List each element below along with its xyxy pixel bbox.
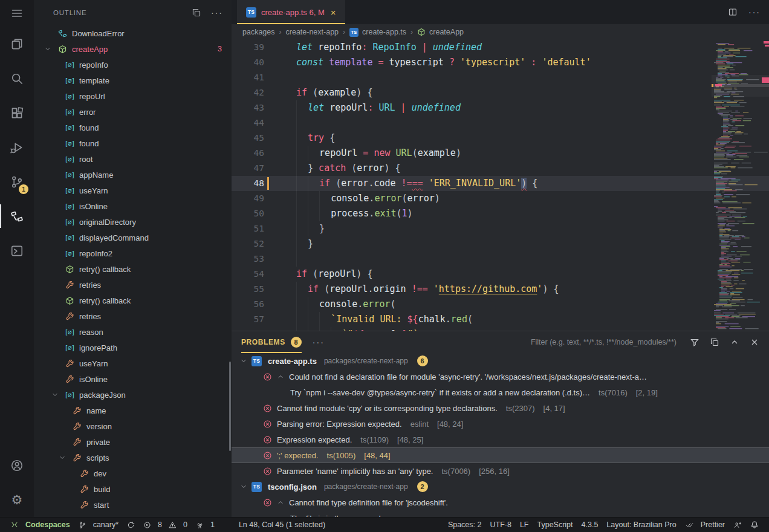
collapse-message-icon[interactable]: [277, 373, 284, 380]
code-line-51[interactable]: 51}: [232, 221, 769, 236]
outline-item-createApp[interactable]: createApp3: [34, 41, 232, 57]
outline-item-DownloadError[interactable]: DownloadError: [34, 25, 232, 41]
editor-more-icon[interactable]: ···: [748, 7, 761, 17]
activity-remote-terminal[interactable]: [0, 233, 34, 268]
outline-item-start[interactable]: start: [34, 497, 232, 513]
problems-file-group-tsconfig-json[interactable]: TStsconfig.jsonpackages/create-next-app2: [232, 479, 769, 495]
outline-item-name[interactable]: name: [34, 403, 232, 418]
close-panel-icon[interactable]: [750, 337, 759, 347]
breadcrumb-item-create-app-ts[interactable]: TScreate-app.ts: [349, 28, 406, 37]
activity-search[interactable]: [0, 61, 34, 96]
outline-item-private[interactable]: private: [34, 434, 232, 450]
outline-item-useYarn[interactable]: [∅]useYarn: [34, 183, 232, 198]
problem-row[interactable]: Could not find a declaration file for mo…: [232, 369, 769, 384]
code-line-46[interactable]: 46repoUrl = new URL(example): [232, 146, 769, 161]
chevron-down-icon[interactable]: [44, 45, 51, 53]
code-line-47[interactable]: 47} catch (error) {: [232, 161, 769, 176]
code-line-48[interactable]: 48if (error.code !=== 'ERR_INVALID_URL')…: [232, 176, 769, 191]
problem-row[interactable]: Parsing error: Expression expected.eslin…: [232, 416, 769, 432]
problem-row[interactable]: Parameter 'name' implicitly has an 'any'…: [232, 463, 769, 479]
status-git-branch[interactable]: canary*: [74, 517, 123, 532]
activity-explorer[interactable]: [0, 27, 34, 61]
problem-row[interactable]: The file is in the program because:: [232, 510, 769, 517]
outline-item-root[interactable]: [∅]root: [34, 151, 232, 167]
collapse-panel-icon[interactable]: [730, 337, 739, 347]
code-line-44[interactable]: 44: [232, 115, 769, 131]
status-encoding[interactable]: UTF-8: [485, 517, 515, 532]
outline-item-useYarn[interactable]: useYarn: [34, 355, 232, 371]
outline-item-retry-callback[interactable]: retry() callback: [34, 293, 232, 308]
minimap[interactable]: [712, 40, 769, 331]
status-notifications[interactable]: [746, 517, 763, 532]
status-indentation[interactable]: Spaces: 2: [444, 517, 486, 532]
tab-create-app[interactable]: TS create-app.ts 6, M ×: [237, 0, 345, 24]
problem-row[interactable]: Expression expected.ts(1109)[48, 25]: [232, 432, 769, 447]
panel-more-icon[interactable]: ···: [313, 337, 325, 347]
code-line-43[interactable]: 43let repoUrl: URL | undefined: [232, 100, 769, 115]
collapse-message-icon[interactable]: [277, 499, 284, 506]
status-feedback[interactable]: [729, 517, 746, 532]
tab-problems[interactable]: PROBLEMS 8: [241, 331, 302, 353]
status-remote-host[interactable]: Codespaces: [6, 517, 74, 532]
activity-source-control[interactable]: 1: [0, 164, 34, 199]
problem-row[interactable]: Try `npm i --save-dev @types/async-retry…: [232, 384, 769, 400]
outline-item-found[interactable]: [∅]found: [34, 120, 232, 135]
outline-item-retry-callback[interactable]: retry() callback: [34, 261, 232, 277]
code-line-54[interactable]: 54if (repoUrl) {: [232, 267, 769, 282]
status-language[interactable]: TypeScript: [533, 517, 577, 532]
outline-item-isOnline[interactable]: [∅]isOnline: [34, 198, 232, 214]
problem-row[interactable]: Cannot find module 'cpy' or its correspo…: [232, 400, 769, 416]
outline-item-repoInfo2[interactable]: [∅]repoInfo2: [34, 245, 232, 261]
breadcrumb-item-createApp[interactable]: createApp: [417, 28, 464, 36]
code-line-42[interactable]: 42if (example) {: [232, 85, 769, 100]
outline-item-dev[interactable]: dev: [34, 465, 232, 481]
status-cursor-position[interactable]: Ln 48, Col 45 (1 selected): [235, 517, 329, 532]
outline-item-retries[interactable]: retries: [34, 277, 232, 293]
code-line-52[interactable]: 52}: [232, 236, 769, 251]
outline-item-ignorePath[interactable]: [∅]ignorePath: [34, 340, 232, 355]
status-prettier[interactable]: Prettier: [681, 517, 729, 532]
outline-item-displayedCommand[interactable]: [∅]displayedCommand: [34, 230, 232, 245]
chevron-down-icon[interactable]: [240, 483, 247, 490]
problems-file-group-create-app-ts[interactable]: TScreate-app.tspackages/create-next-app6: [232, 353, 769, 369]
outline-item-reason[interactable]: [∅]reason: [34, 324, 232, 340]
open-in-editor-icon[interactable]: [710, 337, 719, 347]
outline-item-retries[interactable]: retries: [34, 308, 232, 324]
activity-run-debug[interactable]: [0, 130, 34, 164]
outline-item-repoUrl[interactable]: [∅]repoUrl: [34, 88, 232, 104]
status-sync[interactable]: [123, 517, 139, 532]
activity-extensions[interactable]: [0, 96, 34, 130]
outline-item-repoInfo[interactable]: [∅]repoInfo: [34, 57, 232, 73]
activity-settings[interactable]: ⚙: [0, 482, 34, 517]
outline-item-error[interactable]: [∅]error: [34, 104, 232, 120]
code-line-57[interactable]: 57`Invalid URL: ${chalk.red(: [232, 312, 769, 327]
code-line-41[interactable]: 41: [232, 70, 769, 85]
outline-item-found[interactable]: [∅]found: [34, 135, 232, 151]
status-problems-count[interactable]: 80: [139, 517, 192, 532]
code-line-45[interactable]: 45try {: [232, 131, 769, 146]
code-editor[interactable]: 39let repoInfo: RepoInfo | undefined40co…: [232, 40, 769, 331]
tab-close-icon[interactable]: ×: [331, 8, 336, 17]
outline-item-packageJson[interactable]: [∅]packageJson: [34, 387, 232, 403]
breadcrumb-item-packages[interactable]: packages: [242, 28, 275, 36]
code-line-49[interactable]: 49console.error(error): [232, 191, 769, 206]
collapse-all-icon[interactable]: [192, 8, 201, 18]
outline-item-scripts[interactable]: scripts: [34, 450, 232, 465]
filter-icon[interactable]: [690, 337, 699, 347]
split-editor-icon[interactable]: [728, 7, 738, 17]
problems-filter-input[interactable]: [476, 337, 678, 347]
outline-item-originalDirectory[interactable]: [∅]originalDirectory: [34, 214, 232, 230]
chevron-down-icon[interactable]: [59, 454, 66, 461]
code-line-53[interactable]: 53: [232, 251, 769, 267]
outline-item-version[interactable]: version: [34, 418, 232, 434]
outline-item-isOnline[interactable]: isOnline: [34, 371, 232, 387]
status-layout[interactable]: Layout: Brazilian Pro: [602, 517, 680, 532]
code-line-39[interactable]: 39let repoInfo: RepoInfo | undefined: [232, 40, 769, 55]
code-line-40[interactable]: 40const template = typescript ? 'typescr…: [232, 55, 769, 70]
code-line-56[interactable]: 56console.error(: [232, 297, 769, 312]
code-line-50[interactable]: 50process.exit(1): [232, 206, 769, 221]
problem-row[interactable]: ';' expected.ts(1005)[48, 44]: [232, 447, 769, 463]
activity-account[interactable]: [0, 448, 34, 482]
status-ts-version[interactable]: 4.3.5: [577, 517, 603, 532]
status-eol[interactable]: LF: [516, 517, 533, 532]
